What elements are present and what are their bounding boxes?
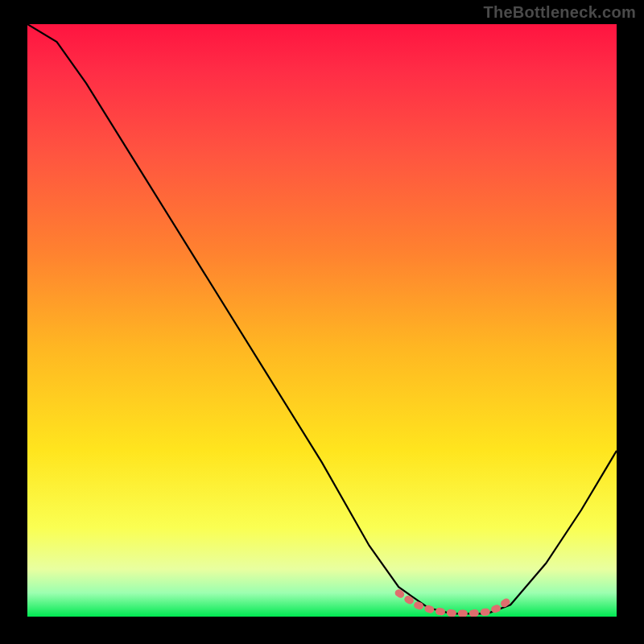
valley-marker — [398, 593, 510, 614]
plot-area — [27, 24, 617, 617]
chart-frame: TheBottleneck.com — [0, 0, 644, 644]
bottleneck-curve — [27, 24, 617, 613]
watermark-label: TheBottleneck.com — [483, 3, 636, 22]
curve-layer — [27, 24, 617, 617]
